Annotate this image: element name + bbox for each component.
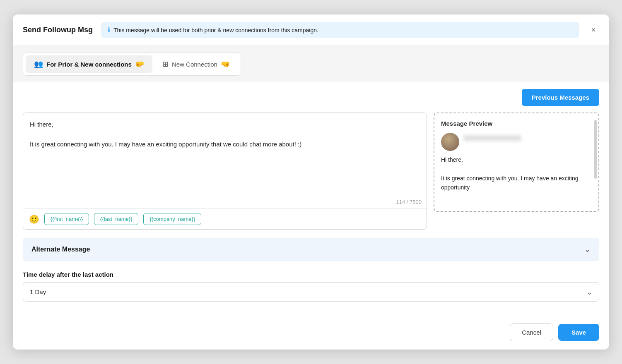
time-delay-select[interactable]: 1 Day 2 Days 3 Days 7 Days 14 Days xyxy=(23,282,599,302)
alternate-message-title: Alternate Message xyxy=(31,246,90,253)
prev-messages-row: Previous Messages xyxy=(23,89,599,106)
send-followup-modal: Send Followup Msg ℹ This message will be… xyxy=(13,14,609,350)
first-name-variable-button[interactable]: {{first_name}} xyxy=(44,213,89,225)
chevron-down-icon: ⌄ xyxy=(584,245,591,254)
message-preview-container: Message Preview Hi there, It is great co… xyxy=(434,113,599,212)
tab-row: 👥 For Prior & New connections 🤛 ⊞ New Co… xyxy=(13,46,609,82)
emoji-button[interactable]: 🙂 xyxy=(29,214,39,224)
preview-title: Message Preview xyxy=(441,120,592,127)
preview-text: Hi there, It is great connecting with yo… xyxy=(441,155,592,192)
company-name-variable-button[interactable]: {{company_name}} xyxy=(143,213,201,225)
char-count: 114 / 7500 xyxy=(23,197,427,208)
close-button[interactable]: × xyxy=(588,24,599,36)
tab-prior-new[interactable]: 👥 For Prior & New connections 🤛 xyxy=(26,55,152,73)
modal-header: Send Followup Msg ℹ This message will be… xyxy=(13,14,609,46)
save-button[interactable]: Save xyxy=(558,324,599,341)
time-delay-section: Time delay after the last action 1 Day 2… xyxy=(23,271,599,302)
modal-title: Send Followup Msg xyxy=(23,26,93,34)
hand-left-icon: 🤛 xyxy=(135,60,144,69)
preview-message-row xyxy=(441,133,592,151)
message-textarea[interactable]: Hi there, It is great connecting with yo… xyxy=(23,113,427,196)
alternate-message-header[interactable]: Alternate Message ⌄ xyxy=(23,238,599,261)
info-banner-text: This message will be used for both prior… xyxy=(113,27,318,34)
group-icon: 👥 xyxy=(34,60,43,69)
preview-name-area xyxy=(463,133,521,141)
tab-prior-new-label: For Prior & New connections xyxy=(46,61,132,68)
info-banner: ℹ This message will be used for both pri… xyxy=(101,22,579,38)
time-delay-label: Time delay after the last action xyxy=(23,271,599,278)
tab-new-connection[interactable]: ⊞ New Connection 🤜 xyxy=(154,55,238,73)
preview-avatar xyxy=(441,133,459,151)
grid-icon: ⊞ xyxy=(162,60,169,69)
cancel-button[interactable]: Cancel xyxy=(510,323,553,341)
preview-name-blur xyxy=(463,135,521,141)
preview-scrollbar xyxy=(594,120,597,179)
alternate-message-section: Alternate Message ⌄ xyxy=(23,238,599,261)
tabs-container: 👥 For Prior & New connections 🤛 ⊞ New Co… xyxy=(23,53,241,76)
modal-footer: Cancel Save xyxy=(13,315,609,350)
tab-new-connection-label: New Connection xyxy=(172,61,217,68)
editor-container: Hi there, It is great connecting with yo… xyxy=(23,113,427,230)
last-name-variable-button[interactable]: {{last_name}} xyxy=(94,213,138,225)
editor-toolbar: 🙂 {{first_name}} {{last_name}} {{company… xyxy=(23,208,427,229)
info-icon: ℹ xyxy=(108,26,110,34)
modal-body: Previous Messages Hi there, It is great … xyxy=(13,82,609,311)
time-delay-select-wrapper: 1 Day 2 Days 3 Days 7 Days 14 Days ⌄ xyxy=(23,282,599,302)
editor-preview-row: Hi there, It is great connecting with yo… xyxy=(23,113,599,230)
previous-messages-button[interactable]: Previous Messages xyxy=(522,89,599,106)
hand-right-icon: 🤜 xyxy=(221,60,230,69)
